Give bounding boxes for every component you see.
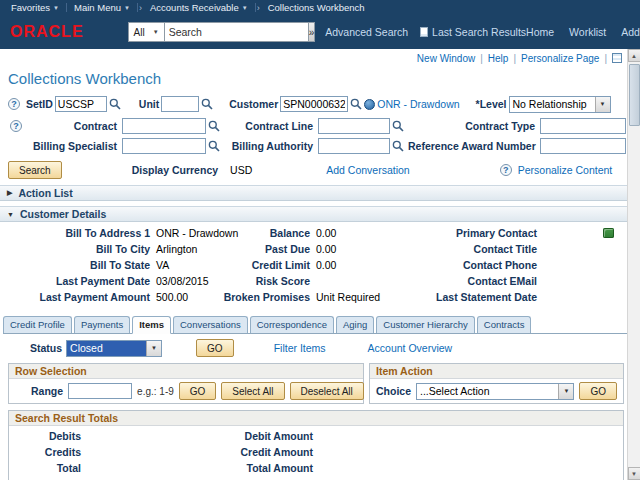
chevron-down-icon: ▼ (53, 5, 59, 11)
row-selection-title: Row Selection (9, 364, 363, 379)
primary-contact-icon[interactable] (603, 228, 614, 238)
item-action-body: Choice ...Select Action ▼ GO (370, 379, 623, 403)
setid-lookup-icon[interactable] (109, 98, 121, 110)
scroll-down-button[interactable]: ▼ (628, 467, 640, 480)
unit-input[interactable] (161, 96, 199, 112)
breadcrumb-main-menu[interactable]: Main Menu ▼ (67, 2, 137, 13)
level-select-value: No Relationship (510, 97, 595, 112)
breadcrumb-collections-workbench[interactable]: Collections Workbench (261, 2, 372, 13)
tab-items[interactable]: Items (132, 316, 171, 334)
action-list-section-header[interactable]: ▶ Action List (0, 185, 627, 201)
billing-authority-lookup-icon[interactable] (392, 140, 406, 152)
contract-lookup-icon[interactable] (208, 120, 222, 132)
collections-workbench-app: Favorites ▼ Main Menu ▼ › Accounts Recei… (0, 0, 640, 480)
customer-details-section-header[interactable]: ▼ Customer Details (0, 206, 627, 222)
home-link[interactable]: Home (526, 26, 554, 38)
tab-credit-profile[interactable]: Credit Profile (3, 316, 72, 333)
tab-payments[interactable]: Payments (74, 316, 130, 333)
new-window-link[interactable]: New Window (417, 53, 475, 64)
page-grid-icon[interactable] (612, 53, 622, 63)
range-go-button[interactable]: GO (179, 382, 217, 400)
billing-specialist-input[interactable] (122, 138, 206, 154)
item-action-go-button[interactable]: GO (579, 382, 617, 400)
detail-row: Credit Limit 0.00 (212, 257, 408, 273)
tab-contracts[interactable]: Contracts (477, 316, 532, 333)
detail-label: Past Due (212, 243, 310, 255)
search-scope-select[interactable]: All ▼ (128, 22, 165, 42)
tab-conversations[interactable]: Conversations (173, 316, 248, 333)
totals-amount-label: Total Amount (81, 462, 313, 474)
details-column-3: Primary Contact Contact Title Contact Ph… (392, 225, 624, 305)
search-result-totals-title: Search Result Totals (9, 411, 623, 426)
scrollbar-thumb[interactable] (629, 64, 640, 126)
billing-specialist-lookup-icon[interactable] (208, 140, 222, 152)
deselect-all-button[interactable]: Deselect All (290, 382, 364, 400)
billing-specialist-label: Billing Specialist (8, 138, 120, 154)
global-search-input[interactable] (165, 22, 309, 42)
detail-row: Broken Promises Unit Required (212, 289, 408, 305)
contract-type-input[interactable] (540, 118, 626, 134)
customer-detail-icon[interactable] (364, 99, 375, 110)
contract-help-icon[interactable]: ? (10, 120, 22, 132)
status-go-button[interactable]: GO (196, 339, 234, 357)
status-select[interactable]: Closed ▼ (66, 340, 162, 357)
personalize-page-link[interactable]: Personalize Page (521, 53, 599, 64)
divider: | (604, 53, 607, 64)
action-list-section-title: Action List (18, 187, 72, 199)
tab-aging[interactable]: Aging (336, 316, 374, 333)
chevron-down-icon: ▼ (124, 5, 130, 11)
breadcrumb-favorites[interactable]: Favorites ▼ (4, 2, 66, 13)
chevron-down-icon: ▼ (153, 29, 159, 35)
status-label: Status (30, 342, 62, 354)
search-action-row: Search Display Currency USD Add Conversa… (8, 161, 632, 179)
level-select[interactable]: No Relationship ▼ (509, 96, 611, 113)
advanced-search-link[interactable]: Advanced Search (325, 26, 408, 38)
customer-input[interactable] (280, 96, 348, 112)
unit-lookup-icon[interactable] (201, 98, 213, 110)
breadcrumb-accounts-receivable[interactable]: Accounts Receivable ▼ (143, 2, 255, 13)
contract-input[interactable] (122, 118, 206, 134)
scroll-up-button[interactable]: ▲ (628, 49, 640, 62)
search-criteria-row: ? SetID Unit Customer ONR - Drawdown *Le… (8, 94, 632, 114)
chevron-down-icon: ▼ (146, 341, 161, 356)
last-search-results-link[interactable]: Last Search Results (420, 26, 526, 38)
select-all-button[interactable]: Select All (221, 382, 284, 400)
range-input[interactable] (68, 383, 132, 399)
criteria-help-icon[interactable]: ? (8, 98, 20, 110)
search-button[interactable]: Search (8, 161, 62, 179)
account-overview-link[interactable]: Account Overview (368, 342, 453, 354)
item-action-select[interactable]: ...Select Action ▼ (416, 383, 574, 400)
personalize-content-link[interactable]: Personalize Content (518, 164, 613, 176)
search-result-totals-box: Search Result Totals Debits Debit Amount… (8, 410, 624, 480)
filter-items-link[interactable]: Filter Items (274, 342, 326, 354)
detail-label: Contact EMail (392, 275, 537, 287)
detail-label: Risk Score (212, 275, 310, 287)
detail-row: Contact Title (392, 241, 624, 257)
contract-line-input[interactable] (318, 118, 390, 134)
billing-authority-input[interactable] (318, 138, 390, 154)
vertical-scrollbar[interactable]: ▲ ▼ (627, 49, 640, 480)
customer-lookup-icon[interactable] (350, 98, 362, 110)
add-to-favorites-link[interactable]: Add to Favorites (621, 26, 640, 38)
setid-input[interactable] (55, 96, 107, 112)
detail-row: Balance 0.00 (212, 225, 408, 241)
detail-label: Last Payment Date (8, 275, 150, 287)
totals-label: Credits (9, 446, 81, 458)
status-select-value: Closed (67, 341, 146, 356)
contract-line-label: Contract Line (224, 118, 316, 134)
personalize-help-icon[interactable]: ? (500, 164, 512, 176)
tab-customer-hierarchy[interactable]: Customer Hierarchy (376, 316, 474, 333)
range-label: Range (31, 385, 63, 397)
add-conversation-link[interactable]: Add Conversation (326, 164, 409, 176)
search-submit-button[interactable]: » (309, 22, 316, 42)
tab-correspondence[interactable]: Correspondence (250, 316, 334, 333)
collapse-icon: ▼ (7, 211, 14, 218)
contract-line-lookup-icon[interactable] (392, 120, 406, 132)
last-search-results-label: Last Search Results (432, 26, 526, 38)
detail-row: Contact Phone (392, 257, 624, 273)
worklist-link[interactable]: Worklist (569, 26, 606, 38)
reference-award-input[interactable] (540, 138, 626, 154)
help-link[interactable]: Help (488, 53, 509, 64)
detail-label: Bill To State (8, 259, 150, 271)
customer-name-link[interactable]: ONR - Drawdown (377, 98, 459, 110)
